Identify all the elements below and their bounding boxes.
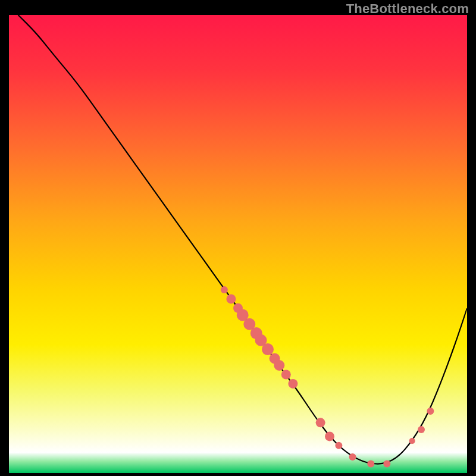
- highlight-dot: [281, 370, 291, 380]
- highlight-dot: [325, 431, 334, 441]
- highlight-dot: [427, 408, 434, 415]
- highlight-dot: [262, 343, 274, 355]
- chart-frame: [9, 15, 467, 473]
- bottleneck-chart: [9, 15, 467, 473]
- highlight-dot: [221, 286, 228, 293]
- highlight-dot: [367, 461, 374, 468]
- highlight-dot: [316, 418, 325, 427]
- highlight-dot: [418, 426, 425, 433]
- highlight-dot: [349, 453, 356, 461]
- highlight-dot: [335, 442, 342, 449]
- highlight-dot: [288, 379, 298, 389]
- highlight-dot: [383, 461, 390, 468]
- highlight-dot: [409, 438, 415, 444]
- highlight-dot: [274, 360, 284, 371]
- highlight-dot: [226, 294, 236, 303]
